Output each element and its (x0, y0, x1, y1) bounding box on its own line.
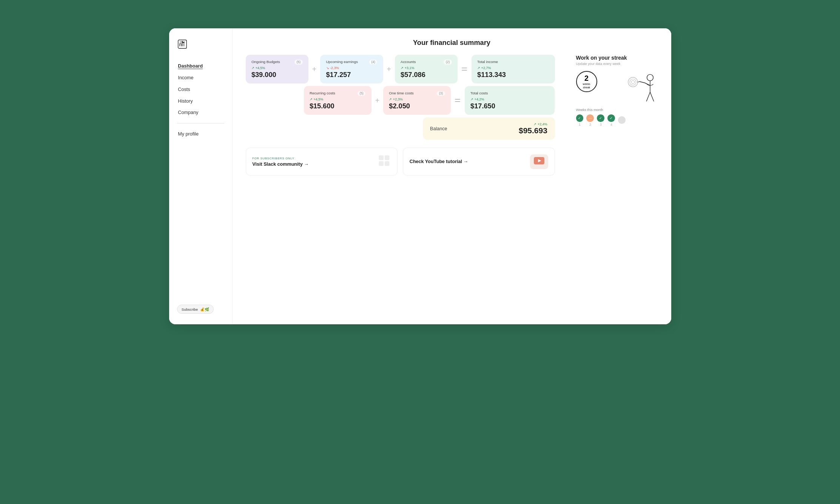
svg-rect-3 (541, 230, 548, 237)
slack-arrow: → (434, 231, 441, 238)
balance-right: ↗ +2,4% $95.693 (741, 175, 782, 193)
week-col-1: ✓ 1 (823, 163, 833, 181)
svg-rect-4 (550, 230, 556, 237)
svg-rect-5 (763, 224, 778, 235)
total-income-percent: ↗ +2,7% (682, 94, 785, 100)
weeks-this-month-label: Weeks this month (823, 154, 840, 160)
arrow-up-icon-6: ↗ (672, 139, 676, 144)
streak-count: 2 (835, 106, 840, 118)
youtube-promo-card[interactable]: Check YouTube tutorial → (575, 211, 792, 251)
subscribe-icon: 💰🌿 (286, 439, 299, 445)
weeks-section: Weeks this month ✓ 1 — 2 ✓ (823, 154, 840, 181)
outer-wrapper: Dashboard Income Costs History Company M… (180, 0, 840, 504)
card-header-4: Total income (682, 85, 785, 92)
recurring-costs-percent: ↗ +4,5% (442, 139, 522, 144)
balance-value: $95.693 (741, 180, 782, 193)
balance-label: Balance (614, 180, 639, 188)
slack-promo-card[interactable]: FOR SUBSCRIBERS ONLY Visit Slack communi… (351, 211, 568, 251)
subscribe-label: Subscribe (259, 439, 283, 445)
total-income-value: $113.343 (682, 101, 785, 113)
total-costs-value: $17.650 (672, 146, 784, 157)
content-area: Ongoing Budgets (5) ↗ +4,5% $39.000 + (351, 79, 840, 251)
app-card: Dashboard Income Costs History Company M… (241, 41, 840, 464)
weeks-dots: ✓ 1 — 2 ✓ 3 ✓ (823, 163, 840, 181)
youtube-icon (757, 220, 783, 241)
youtube-arrow: → (662, 227, 669, 235)
bottom-section: FOR SUBSCRIBERS ONLY Visit Slack communi… (351, 211, 792, 251)
week-dot-1: ✓ (823, 163, 833, 174)
slack-promo-label: FOR SUBSCRIBERS ONLY (361, 223, 532, 228)
youtube-promo-text: Check YouTube tutorial → (585, 227, 750, 235)
equals-sign-1 (658, 97, 670, 101)
week-num-1: 1 (827, 176, 829, 181)
streak-subtitle: Update your data every week (823, 88, 840, 94)
streak-content: 2 weeksstreak (823, 102, 840, 151)
total-costs-card[interactable]: Total costs ↗ +4,2% $17.650 (664, 123, 792, 164)
slack-icon (539, 220, 558, 242)
svg-rect-2 (550, 222, 556, 228)
arrow-up-icon-4: ↗ (442, 139, 446, 144)
streak-panel: Work on your streak Update your data eve… (823, 79, 840, 251)
week-col-2: — 2 (838, 163, 840, 181)
total-income-title: Total income (682, 85, 712, 92)
arrow-up-icon-7: ↗ (762, 175, 766, 180)
streak-title: Work on your streak (823, 79, 840, 87)
total-income-card[interactable]: Total income ↗ +2,7% $113.343 (674, 79, 793, 119)
streak-badge-label: weeksstreak (832, 118, 840, 127)
eq-line-bottom (660, 100, 667, 101)
slack-promo-text: FOR SUBSCRIBERS ONLY Visit Slack communi… (361, 223, 532, 238)
subscribe-button[interactable]: Subscribe 💰🌿 (253, 435, 305, 449)
balance-percent: ↗ +2,4% (741, 175, 782, 180)
slack-promo-title: Visit Slack community → (361, 231, 532, 238)
youtube-promo-title: Check YouTube tutorial → (585, 227, 750, 235)
total-costs-percent: ↗ +4,2% (672, 139, 784, 144)
total-costs-title: Total costs (672, 130, 697, 137)
card-header-7: Total costs (672, 130, 784, 137)
arrow-up-icon-5: ↗ (556, 139, 560, 144)
streak-badge: 2 weeksstreak (823, 102, 840, 132)
eq-line-top (660, 97, 667, 98)
svg-marker-6 (769, 227, 773, 232)
arrow-up-icon-3: ↗ (682, 94, 686, 100)
financial-summary: Ongoing Budgets (5) ↗ +4,5% $39.000 + (351, 79, 792, 251)
week-dot-2: — (838, 163, 840, 174)
svg-rect-1 (541, 222, 548, 228)
main-content: Your financial summary Ongoing Budgets (… (332, 41, 840, 464)
sidebar-bottom: Subscribe 💰🌿 (253, 435, 320, 449)
